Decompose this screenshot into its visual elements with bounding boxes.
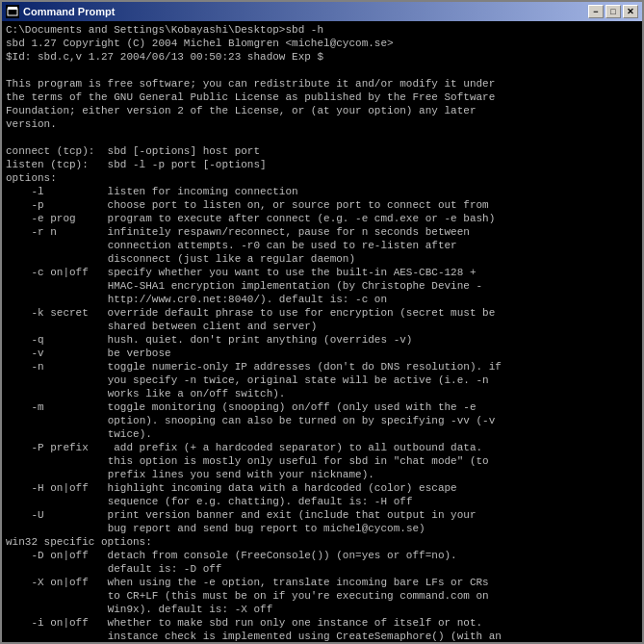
close-button[interactable]: ✕ [623,5,638,18]
minimize-button[interactable]: − [588,5,604,18]
title-bar: Command Prompt − □ ✕ [2,2,642,21]
maximize-button[interactable]: □ [605,5,621,18]
window-title: Command Prompt [23,6,115,17]
title-bar-left: Command Prompt [6,5,115,18]
window-icon [6,5,19,18]
svg-rect-1 [8,7,17,10]
title-buttons: − □ ✕ [588,5,638,18]
command-prompt-window: Command Prompt − □ ✕ C:\Documents and Se… [0,0,644,644]
terminal-content: C:\Documents and Settings\Kobayashi\Desk… [2,21,642,642]
svg-rect-0 [8,9,17,15]
